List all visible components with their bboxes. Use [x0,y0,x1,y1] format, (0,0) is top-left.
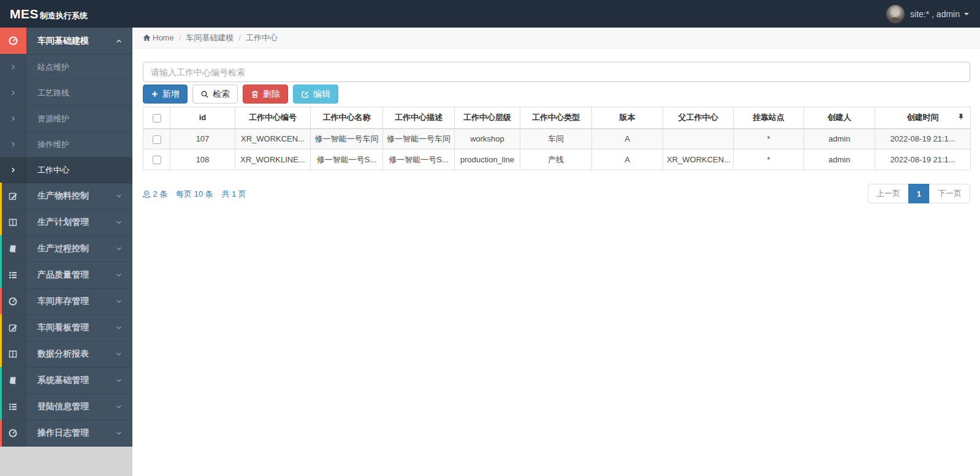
row-select-cell [143,129,170,149]
top-navbar: MES 制造执行系统 site:* , admin [0,0,980,28]
sidebar-item-label: 生产过程控制 [26,243,115,254]
dashboard-icon [0,289,26,314]
delete-button-label: 删除 [263,89,280,100]
sidebar-item-site-maintenance[interactable]: 站点维护 [0,55,132,80]
sidebar-item-label: 工艺路线 [26,88,132,99]
table-header-row: id 工作中心编号 工作中心名称 工作中心描述 工作中心层级 工作中心类型 版本… [143,107,971,129]
plus-icon [151,90,159,98]
cell-creator: admin [804,149,875,170]
header-name: 工作中心名称 [311,107,383,129]
cell-version: A [592,149,663,170]
cell-type: 车间 [520,129,592,149]
avatar [886,5,905,23]
header-version: 版本 [592,107,663,129]
header-create-time-label: 创建时间 [907,113,939,122]
chevron-down-icon [115,298,123,305]
sidebar-item-label: 登陆信息管理 [26,401,115,412]
sidebar-item-label: 数据分析报表 [26,349,115,360]
chevron-up-icon [115,37,123,45]
edit-icon [0,183,26,209]
sidebar-group-workshop-modeling[interactable]: 车间基础建模 [0,28,132,55]
sidebar-item-system-management[interactable]: 系统基础管理 [0,368,132,394]
chevron-down-icon [115,219,123,226]
sidebar-item-label: 车间看板管理 [26,322,115,333]
chevron-down-icon [115,403,123,410]
edit-button-label: 编辑 [313,89,330,100]
list-icon [0,394,26,420]
sidebar-item-login-info[interactable]: 登陆信息管理 [0,394,132,420]
chevron-down-icon [115,350,123,358]
header-parent: 父工作中心 [663,107,734,129]
row-checkbox[interactable] [153,156,161,164]
sidebar-item-plan-management[interactable]: 生产计划管理 [0,210,132,236]
sidebar-item-label: 车间库存管理 [26,296,115,307]
sidebar-item-operation-maintenance[interactable]: 操作维护 [0,132,132,157]
edit-icon [0,315,26,341]
logo-suffix-text: 制造执行系统 [40,10,88,21]
row-checkbox[interactable] [153,135,161,144]
breadcrumb-current: 工作中心 [246,32,278,43]
cell-parent [663,129,734,149]
header-create-time: 创建时间 [875,107,971,129]
breadcrumb-level1-link[interactable]: 车间基础建模 [186,32,234,43]
cell-name: 修一智能一号车间 [311,129,383,149]
header-id: id [170,107,235,129]
user-dropdown[interactable]: site:* , admin [886,5,969,23]
chevron-right-icon [0,106,26,131]
sidebar-item-resource-maintenance[interactable]: 资源维护 [0,106,132,132]
summary-pages: 共 1 页 [221,189,246,198]
header-level: 工作中心层级 [455,107,520,129]
sidebar-item-operation-log[interactable]: 操作日志管理 [0,420,132,447]
sidebar-item-quality-management[interactable]: 产品质量管理 [0,262,132,289]
cell-description: 修一智能一号车间 [383,129,455,149]
chevron-down-icon [115,271,123,279]
chevron-right-icon [0,80,26,105]
dashboard-icon [0,28,26,54]
sidebar-item-material-control[interactable]: 生产物料控制 [0,183,132,210]
add-button[interactable]: 新增 [143,85,188,104]
sidebar: 车间基础建模 站点维护 工艺路线 资源维护 操作维护 工作中心 [0,28,132,447]
sidebar-item-label: 操作维护 [26,139,132,150]
sidebar-item-work-center[interactable]: 工作中心 [0,157,132,183]
chevron-down-icon [115,377,123,384]
cell-type: 产线 [520,149,592,170]
sidebar-item-board-management[interactable]: 车间看板管理 [0,315,132,341]
row-select-cell [143,149,170,170]
page-1-button[interactable]: 1 [908,184,930,203]
summary-per-page: 每页 10 条 [176,189,213,198]
page-body: 新增 检索 删除 编辑 [132,48,980,203]
cell-code: XR_WORKLINE... [235,149,311,170]
sidebar-item-process-route[interactable]: 工艺路线 [0,80,132,106]
breadcrumb: Home / 车间基础建模 / 工作中心 [132,28,980,48]
work-center-table: id 工作中心编号 工作中心名称 工作中心描述 工作中心层级 工作中心类型 版本… [143,107,971,170]
delete-button[interactable]: 删除 [243,85,288,104]
caret-down-icon [964,13,969,15]
book-icon [0,368,26,393]
breadcrumb-home-label: Home [153,33,174,42]
next-page-button[interactable]: 下一页 [929,184,970,203]
sidebar-item-data-report[interactable]: 数据分析报表 [0,341,132,368]
breadcrumb-home-link[interactable]: Home [143,33,174,42]
search-button[interactable]: 检索 [192,85,238,104]
sidebar-item-label: 生产计划管理 [26,217,115,228]
pagination: 上一页 1 下一页 [868,184,970,203]
cell-creator: admin [804,129,875,149]
sidebar-bottom-filler [0,447,132,476]
chevron-down-icon [115,429,123,437]
main-content: Home / 车间基础建模 / 工作中心 新增 检索 删除 编辑 [132,28,980,476]
edit-button[interactable]: 编辑 [293,85,338,104]
prev-page-button[interactable]: 上一页 [868,184,909,203]
pagination-summary: 总 2 条 每页 10 条 共 1 页 [143,184,253,200]
sidebar-item-process-control[interactable]: 生产过程控制 [0,236,132,262]
cell-level: workshop [455,129,520,149]
sidebar-item-label: 操作日志管理 [26,428,115,439]
search-input[interactable] [143,62,970,82]
sidebar-item-inventory-management[interactable]: 车间库存管理 [0,289,132,315]
select-all-checkbox[interactable] [153,114,161,123]
dashboard-icon [0,420,26,446]
pin-icon[interactable] [957,113,965,123]
sidebar-group-label: 车间基础建模 [26,36,115,47]
cell-id: 107 [170,129,235,149]
header-code: 工作中心编号 [235,107,311,129]
cell-station: * [734,129,804,149]
